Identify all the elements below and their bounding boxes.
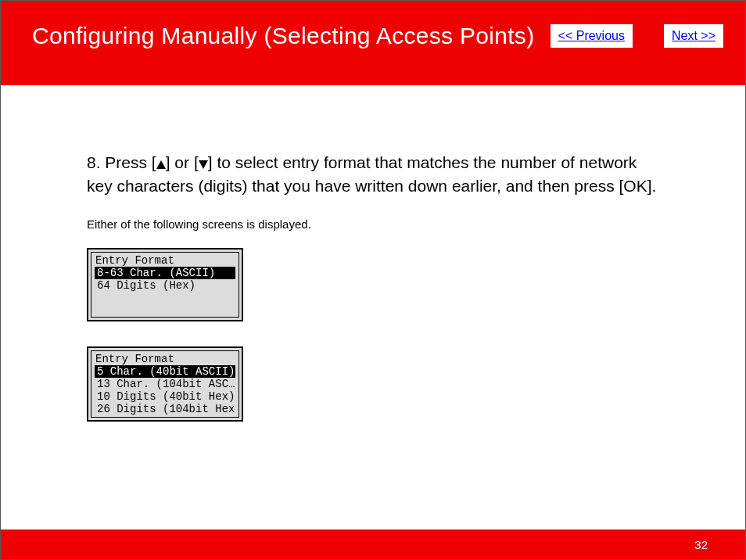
up-arrow-icon [156,160,166,169]
footer-bar: 32 [1,529,745,559]
lcd-option: 10 Digits (40bit Hex) [94,390,236,403]
step-number: 8. [87,153,101,171]
lcd-option-selected: 5 Char. (40bit ASCII) [95,365,235,378]
lcd-inner: Entry Format 8-63 Char. (ASCII) 64 Digit… [91,252,239,318]
next-button[interactable]: Next >> [664,24,723,48]
lcd-screens-container: Entry Format 8-63 Char. (ASCII) 64 Digit… [87,248,665,422]
page-number: 32 [694,538,708,551]
lcd-option: 13 Char. (104bit ASC… [94,378,236,390]
content-area: 8. Press [] or [] to select entry format… [87,151,665,447]
note-text: Either of the following screens is displ… [87,217,665,231]
lcd-title: Entry Format [94,353,236,365]
down-arrow-icon [199,160,208,169]
lcd-option: 64 Digits (Hex) [94,279,236,292]
page-title: Configuring Manually (Selecting Access P… [32,23,534,49]
step-text-mid1: ] or [ [166,153,199,171]
lcd-screen-2: Entry Format 5 Char. (40bit ASCII) 13 Ch… [87,346,243,422]
previous-button[interactable]: << Previous [551,24,633,48]
lcd-title: Entry Format [94,254,236,267]
step-instruction: 8. Press [] or [] to select entry format… [87,151,665,199]
nav-buttons: << Previous Next >> [551,24,723,48]
header-bar: Configuring Manually (Selecting Access P… [1,1,745,85]
lcd-option: 26 Digits (104bit Hex) [94,403,236,415]
lcd-option-selected: 8-63 Char. (ASCII) [95,267,235,279]
step-text-part1: Press [ [101,153,156,171]
lcd-inner: Entry Format 5 Char. (40bit ASCII) 13 Ch… [91,350,239,418]
lcd-screen-1: Entry Format 8-63 Char. (ASCII) 64 Digit… [87,248,243,321]
page-root: Configuring Manually (Selecting Access P… [0,0,746,560]
